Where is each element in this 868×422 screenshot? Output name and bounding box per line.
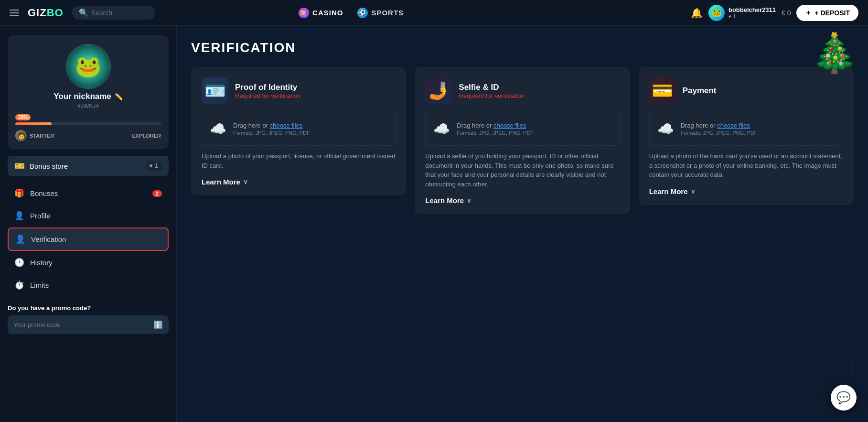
identity-upload-zone[interactable]: ☁️ Drag here or choose files Formats: JP… xyxy=(202,112,396,146)
level-start-info: 🧑 STARTER xyxy=(15,130,54,141)
chat-button[interactable]: 💬 xyxy=(831,385,857,411)
sidebar-nav: 🎁 Bonuses 2 👤 Profile 👤 Verification 🕐 H… xyxy=(8,183,169,296)
upload-cloud-icon-3: ☁️ xyxy=(657,121,674,137)
bell-button[interactable]: 🔔 xyxy=(691,7,703,19)
progress-percent: 25% xyxy=(15,114,31,120)
nickname-row: Your nickname ✏️ xyxy=(54,92,123,101)
level-row: 🧑 STARTER EXPLORER xyxy=(15,130,161,141)
promo-section: Do you have a promo code? ℹ️ xyxy=(8,304,169,334)
sports-icon: ⚽ xyxy=(357,8,368,18)
bonuses-icon: 🎁 xyxy=(14,188,24,198)
selfie-card: 🤳 Selfie & ID Required for verification … xyxy=(415,67,630,214)
payment-learn-more[interactable]: Learn More ∨ xyxy=(649,187,843,195)
chat-icon: 💬 xyxy=(836,391,851,404)
nickname-text: Your nickname xyxy=(54,92,111,101)
deposit-button[interactable]: ＋ + DEPOSIT xyxy=(796,5,858,21)
edit-nickname-icon[interactable]: ✏️ xyxy=(115,93,123,100)
user-info: 🐸 bobbelcher2311 ♥ 1 xyxy=(708,5,776,21)
username-block: bobbelcher2311 ♥ 1 xyxy=(729,6,776,19)
identity-description: Upload a photo of your passport, license… xyxy=(202,151,396,170)
nav-sports[interactable]: ⚽ SPORTS xyxy=(357,8,404,18)
heart-icon: ♥ xyxy=(729,14,731,19)
selfie-icon: 🤳 xyxy=(425,77,452,104)
identity-choose-files[interactable]: choose files xyxy=(270,122,303,129)
verification-icon: 👤 xyxy=(15,234,25,244)
promo-input[interactable] xyxy=(13,321,150,328)
progress-bar-bg xyxy=(15,122,161,125)
selfie-learn-more[interactable]: Learn More ∨ xyxy=(425,196,619,205)
level-start-avatar: 🧑 xyxy=(15,130,27,141)
snowflake-3: ❄ xyxy=(819,397,830,412)
logo[interactable]: GIZBO xyxy=(28,7,64,19)
progress-section: 25% xyxy=(15,114,161,125)
selfie-choose-files[interactable]: choose files xyxy=(493,122,526,129)
header: GIZBO 🔍 🎰 CASINO ⚽ SPORTS 🔔 🐸 bobbelcher… xyxy=(0,0,868,26)
sidebar-item-bonuses[interactable]: 🎁 Bonuses 2 xyxy=(8,183,169,204)
avatar-large: 🐸 xyxy=(67,45,110,88)
profile-icon: 👤 xyxy=(14,211,24,221)
sidebar-item-history[interactable]: 🕐 History xyxy=(8,252,169,273)
identity-card-title: Proof of Identity xyxy=(235,83,300,92)
payment-learn-more-chevron: ∨ xyxy=(691,188,696,195)
payment-card: 💳 Payment ☁️ Drag here or choose files F… xyxy=(639,67,854,205)
progress-bar-fill xyxy=(15,122,52,125)
hamburger-menu[interactable] xyxy=(10,10,19,16)
promo-input-row: ℹ️ xyxy=(8,315,169,334)
sidebar-item-verification[interactable]: 👤 Verification xyxy=(8,227,169,251)
selfie-card-header: 🤳 Selfie & ID Required for verification xyxy=(425,77,619,104)
user-level: ♥ 1 xyxy=(729,13,776,19)
christmas-tree: 🎄 xyxy=(811,31,858,76)
main-layout: 🐸 Your nickname ✏️ #JWKJ4 25% 🧑 STARTER xyxy=(0,26,868,422)
nav-casino[interactable]: 🎰 CASINO xyxy=(299,8,343,18)
profile-card: 🐸 Your nickname ✏️ #JWKJ4 25% 🧑 STARTER xyxy=(8,35,169,149)
user-hash: #JWKJ4 xyxy=(77,103,99,109)
username-label: bobbelcher2311 xyxy=(729,6,776,13)
header-nav: 🎰 CASINO ⚽ SPORTS xyxy=(299,8,404,18)
payment-description: Upload a photo of the bank card you've u… xyxy=(649,151,843,180)
search-box[interactable]: 🔍 xyxy=(72,6,155,20)
bonus-store-icon: 🎫 xyxy=(14,161,25,171)
header-right: 🔔 🐸 bobbelcher2311 ♥ 1 € 0 ＋ + DEPOSIT xyxy=(691,5,858,21)
identity-icon: 🪪 xyxy=(202,77,228,104)
bonus-store-badge: ♥ 1 xyxy=(145,161,162,171)
bonus-store-button[interactable]: 🎫 Bonus store ♥ 1 xyxy=(8,156,169,176)
level-start-label: STARTER xyxy=(30,133,54,139)
payment-icon: 💳 xyxy=(649,77,676,104)
identity-learn-more-chevron: ∨ xyxy=(243,178,248,185)
heart-badge-icon: ♥ xyxy=(149,162,152,169)
identity-learn-more[interactable]: Learn More ∨ xyxy=(202,178,396,186)
promo-info-icon[interactable]: ℹ️ xyxy=(153,320,163,329)
selfie-upload-zone[interactable]: ☁️ Drag here or choose files Formats: JP… xyxy=(425,112,619,146)
identity-upload-formats: Formats: JPG, JPEG, PNG, PDF xyxy=(233,130,310,136)
limits-icon: ⏱️ xyxy=(14,280,24,290)
bonus-store-label: Bonus store xyxy=(30,162,68,170)
selfie-card-subtitle: Required for verification xyxy=(459,92,524,99)
upload-cloud-icon-1: ☁️ xyxy=(210,121,226,137)
header-left: GIZBO 🔍 xyxy=(10,6,155,20)
payment-upload-text: Drag here or choose files xyxy=(681,122,758,129)
casino-icon: 🎰 xyxy=(299,8,309,18)
level-end-label: EXPLORER xyxy=(132,133,161,139)
avatar: 🐸 xyxy=(708,5,725,21)
payment-upload-zone[interactable]: ☁️ Drag here or choose files Formats: JP… xyxy=(649,112,843,146)
payment-card-header: 💳 Payment xyxy=(649,77,843,104)
identity-card-header: 🪪 Proof of Identity Required for verific… xyxy=(202,77,396,104)
page-title: VERIFICATION xyxy=(191,40,854,55)
selfie-upload-text: Drag here or choose files xyxy=(457,122,534,129)
identity-upload-text: Drag here or choose files xyxy=(233,122,310,129)
search-icon: 🔍 xyxy=(79,8,88,17)
content-area: ❄ ❄ ❄ 🎄 VERIFICATION 🪪 Proof of Identity… xyxy=(177,26,868,422)
sidebar-item-profile[interactable]: 👤 Profile xyxy=(8,205,169,227)
sidebar: 🐸 Your nickname ✏️ #JWKJ4 25% 🧑 STARTER xyxy=(0,26,177,422)
selfie-card-title: Selfie & ID xyxy=(459,83,524,92)
sidebar-item-limits[interactable]: ⏱️ Limits xyxy=(8,274,169,296)
payment-choose-files[interactable]: choose files xyxy=(717,122,750,129)
progress-labels: 25% xyxy=(15,114,161,120)
history-icon: 🕐 xyxy=(14,258,24,268)
bonuses-badge: 2 xyxy=(152,190,162,197)
selfie-description: Upload a selfie of you holding your pass… xyxy=(425,151,619,189)
identity-card: 🪪 Proof of Identity Required for verific… xyxy=(191,67,406,195)
verification-cards-row: 🪪 Proof of Identity Required for verific… xyxy=(191,67,854,214)
search-input[interactable] xyxy=(91,9,149,17)
upload-cloud-icon-2: ☁️ xyxy=(433,121,450,137)
